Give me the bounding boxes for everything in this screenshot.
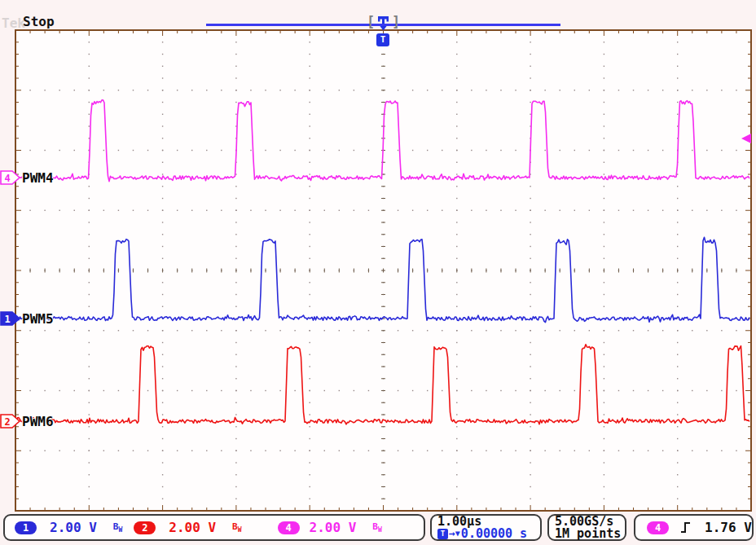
trigger-position-readout: T→▼0.00000 s	[437, 528, 527, 539]
grid-dot	[354, 150, 354, 151]
grid-dot	[530, 258, 530, 259]
grid-dot	[662, 210, 663, 211]
grid-dot	[706, 150, 707, 151]
channel-readout-bar[interactable]: 1 2.00 V BW 2 2.00 V BW 4 2.00 V BW	[3, 514, 425, 541]
grid-dot	[604, 222, 604, 222]
grid-dot	[235, 222, 236, 222]
grid-dot	[310, 451, 310, 451]
grid-dot	[604, 77, 604, 78]
grid-dot	[604, 54, 604, 55]
grid-dot	[133, 390, 134, 391]
grid-dot	[456, 474, 457, 475]
grid-dot	[310, 414, 310, 415]
grid-dot	[530, 77, 530, 78]
grid-dot	[235, 330, 236, 331]
grid-dot	[118, 150, 119, 151]
grid-dot	[560, 90, 560, 90]
grid-dot	[604, 354, 604, 355]
timebase-readout[interactable]: 1.00µs T→▼0.00000 s	[430, 514, 542, 541]
trigger-source-badge: 4	[647, 521, 669, 534]
grid-dot	[736, 390, 736, 391]
grid-dot	[456, 306, 457, 307]
grid-dot	[456, 222, 457, 222]
grid-dot	[500, 451, 501, 451]
trace-label-pwm5: PWM5	[22, 311, 54, 327]
grid-dot	[162, 114, 163, 115]
cursor-down-icon: ▼	[455, 528, 460, 539]
grid-dot	[677, 342, 678, 343]
grid-dot	[456, 354, 457, 355]
grid-dot	[133, 330, 134, 331]
grid-dot	[89, 42, 90, 42]
grid-dot	[442, 90, 442, 90]
grid-dot	[530, 330, 530, 331]
channel-2-badge[interactable]: 2	[134, 521, 156, 534]
grid-dot	[74, 390, 75, 391]
grid-dot	[574, 90, 575, 90]
grid-dot	[530, 198, 530, 199]
channel-1-badge[interactable]: 1	[15, 521, 37, 534]
grid-dot	[604, 246, 604, 247]
grid-dot	[59, 210, 59, 211]
grid-dot	[604, 414, 604, 415]
grid-dot	[279, 451, 280, 451]
grid-dot	[677, 222, 678, 222]
grid-dot	[456, 486, 457, 487]
grid-dot	[456, 294, 457, 295]
grid-dot	[427, 90, 428, 90]
grid-dot	[604, 426, 604, 427]
grid-dot	[456, 246, 457, 247]
grid-dot	[162, 462, 163, 463]
grid-dot	[662, 150, 663, 151]
grid-dot	[191, 90, 192, 90]
grid-dot	[294, 90, 295, 90]
grid-dot	[29, 390, 30, 391]
grid-dot	[471, 390, 472, 391]
grid-dot	[618, 390, 619, 391]
grid-dot	[560, 390, 560, 391]
grid-dot	[89, 198, 90, 199]
grid-dot	[427, 390, 428, 391]
grid-dot	[442, 330, 442, 331]
acquisition-readout[interactable]: 5.00GS/s 1M points	[547, 514, 626, 541]
grid-dot	[456, 77, 457, 78]
grid-dot	[89, 258, 90, 259]
grid-dot	[235, 486, 236, 487]
grid-dot	[235, 402, 236, 403]
grid-dot	[89, 66, 90, 67]
grid-dot	[721, 390, 722, 391]
grid-dot	[677, 282, 678, 283]
grid-dot	[177, 330, 178, 331]
grid-dot	[677, 77, 678, 78]
record-length: 1M points	[555, 528, 621, 540]
channel-4-badge[interactable]: 4	[278, 521, 300, 534]
grid-dot	[706, 451, 707, 451]
grid-dot	[633, 210, 634, 211]
grid-dot	[177, 150, 178, 151]
grid-dot	[354, 90, 354, 90]
grid-dot	[279, 390, 280, 391]
trace-label-pwm4: PWM4	[22, 170, 54, 186]
grid-dot	[310, 125, 310, 126]
grid-dot	[89, 102, 90, 103]
grid-dot	[677, 114, 678, 115]
grid-dot	[456, 150, 457, 151]
grid-dot	[310, 306, 310, 307]
grid-dot	[310, 90, 310, 90]
grid-dot	[74, 451, 75, 451]
grid-dot	[442, 150, 442, 151]
grid-dot	[191, 390, 192, 391]
grid-dot	[310, 234, 310, 235]
grid-dot	[294, 150, 295, 151]
grid-dot	[677, 306, 678, 307]
grid-dot	[677, 294, 678, 295]
grid-dot	[677, 102, 678, 103]
trigger-readout[interactable]: 4 1.76 V	[634, 514, 754, 541]
grid-dot	[162, 54, 163, 55]
grid-dot	[103, 150, 104, 151]
grid-dot	[648, 90, 648, 90]
grid-dot	[44, 150, 45, 151]
grid-dot	[162, 66, 163, 67]
grid-dot	[310, 342, 310, 343]
grid-dot	[265, 90, 266, 90]
